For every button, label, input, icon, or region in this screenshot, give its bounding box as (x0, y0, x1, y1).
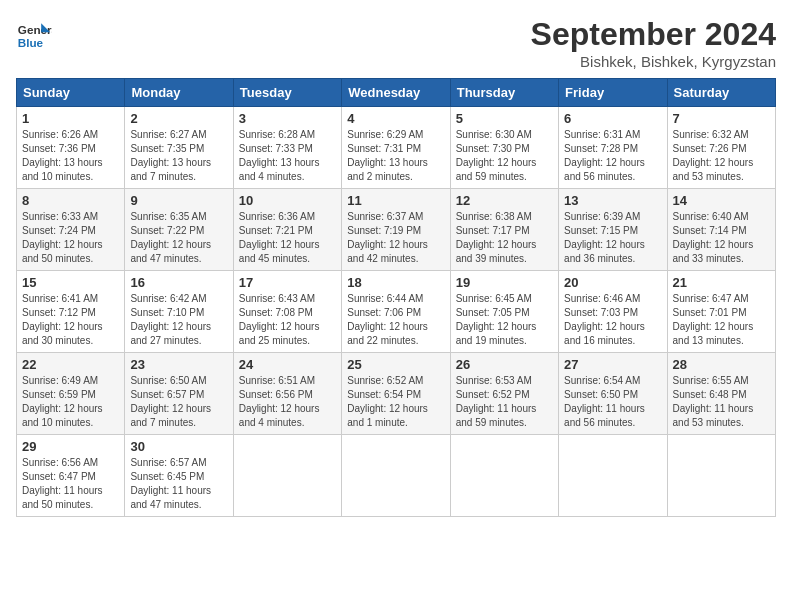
day-number: 26 (456, 357, 553, 372)
day-number: 18 (347, 275, 444, 290)
day-detail: Sunrise: 6:28 AMSunset: 7:33 PMDaylight:… (239, 129, 320, 182)
day-detail: Sunrise: 6:35 AMSunset: 7:22 PMDaylight:… (130, 211, 211, 264)
day-number: 13 (564, 193, 661, 208)
weekday-header-tuesday: Tuesday (233, 79, 341, 107)
calendar-cell: 20 Sunrise: 6:46 AMSunset: 7:03 PMDaylig… (559, 271, 667, 353)
svg-text:Blue: Blue (18, 36, 44, 49)
day-number: 30 (130, 439, 227, 454)
calendar-cell: 4 Sunrise: 6:29 AMSunset: 7:31 PMDayligh… (342, 107, 450, 189)
day-detail: Sunrise: 6:39 AMSunset: 7:15 PMDaylight:… (564, 211, 645, 264)
calendar-cell: 23 Sunrise: 6:50 AMSunset: 6:57 PMDaylig… (125, 353, 233, 435)
calendar-cell (450, 435, 558, 517)
calendar-cell: 24 Sunrise: 6:51 AMSunset: 6:56 PMDaylig… (233, 353, 341, 435)
day-number: 27 (564, 357, 661, 372)
day-number: 7 (673, 111, 770, 126)
day-detail: Sunrise: 6:26 AMSunset: 7:36 PMDaylight:… (22, 129, 103, 182)
day-number: 8 (22, 193, 119, 208)
day-detail: Sunrise: 6:55 AMSunset: 6:48 PMDaylight:… (673, 375, 754, 428)
calendar-cell: 13 Sunrise: 6:39 AMSunset: 7:15 PMDaylig… (559, 189, 667, 271)
calendar-table: SundayMondayTuesdayWednesdayThursdayFrid… (16, 78, 776, 517)
calendar-cell (667, 435, 775, 517)
day-number: 15 (22, 275, 119, 290)
day-detail: Sunrise: 6:42 AMSunset: 7:10 PMDaylight:… (130, 293, 211, 346)
calendar-cell: 19 Sunrise: 6:45 AMSunset: 7:05 PMDaylig… (450, 271, 558, 353)
day-detail: Sunrise: 6:54 AMSunset: 6:50 PMDaylight:… (564, 375, 645, 428)
day-detail: Sunrise: 6:50 AMSunset: 6:57 PMDaylight:… (130, 375, 211, 428)
logo-icon: General Blue (16, 16, 52, 52)
calendar-cell: 3 Sunrise: 6:28 AMSunset: 7:33 PMDayligh… (233, 107, 341, 189)
calendar-cell: 21 Sunrise: 6:47 AMSunset: 7:01 PMDaylig… (667, 271, 775, 353)
day-detail: Sunrise: 6:53 AMSunset: 6:52 PMDaylight:… (456, 375, 537, 428)
day-detail: Sunrise: 6:52 AMSunset: 6:54 PMDaylight:… (347, 375, 428, 428)
day-number: 2 (130, 111, 227, 126)
day-detail: Sunrise: 6:56 AMSunset: 6:47 PMDaylight:… (22, 457, 103, 510)
calendar-cell: 9 Sunrise: 6:35 AMSunset: 7:22 PMDayligh… (125, 189, 233, 271)
day-detail: Sunrise: 6:43 AMSunset: 7:08 PMDaylight:… (239, 293, 320, 346)
day-detail: Sunrise: 6:41 AMSunset: 7:12 PMDaylight:… (22, 293, 103, 346)
weekday-header-sunday: Sunday (17, 79, 125, 107)
day-number: 6 (564, 111, 661, 126)
calendar-cell: 8 Sunrise: 6:33 AMSunset: 7:24 PMDayligh… (17, 189, 125, 271)
calendar-cell: 7 Sunrise: 6:32 AMSunset: 7:26 PMDayligh… (667, 107, 775, 189)
day-detail: Sunrise: 6:32 AMSunset: 7:26 PMDaylight:… (673, 129, 754, 182)
day-detail: Sunrise: 6:33 AMSunset: 7:24 PMDaylight:… (22, 211, 103, 264)
day-detail: Sunrise: 6:51 AMSunset: 6:56 PMDaylight:… (239, 375, 320, 428)
calendar-cell: 29 Sunrise: 6:56 AMSunset: 6:47 PMDaylig… (17, 435, 125, 517)
day-number: 4 (347, 111, 444, 126)
day-number: 29 (22, 439, 119, 454)
calendar-cell: 25 Sunrise: 6:52 AMSunset: 6:54 PMDaylig… (342, 353, 450, 435)
day-number: 12 (456, 193, 553, 208)
calendar-cell: 5 Sunrise: 6:30 AMSunset: 7:30 PMDayligh… (450, 107, 558, 189)
calendar-cell: 11 Sunrise: 6:37 AMSunset: 7:19 PMDaylig… (342, 189, 450, 271)
day-detail: Sunrise: 6:57 AMSunset: 6:45 PMDaylight:… (130, 457, 211, 510)
calendar-cell: 6 Sunrise: 6:31 AMSunset: 7:28 PMDayligh… (559, 107, 667, 189)
day-number: 14 (673, 193, 770, 208)
calendar-cell: 12 Sunrise: 6:38 AMSunset: 7:17 PMDaylig… (450, 189, 558, 271)
weekday-header-thursday: Thursday (450, 79, 558, 107)
weekday-header-friday: Friday (559, 79, 667, 107)
day-detail: Sunrise: 6:31 AMSunset: 7:28 PMDaylight:… (564, 129, 645, 182)
day-number: 21 (673, 275, 770, 290)
calendar-cell: 16 Sunrise: 6:42 AMSunset: 7:10 PMDaylig… (125, 271, 233, 353)
calendar-cell: 30 Sunrise: 6:57 AMSunset: 6:45 PMDaylig… (125, 435, 233, 517)
day-number: 20 (564, 275, 661, 290)
weekday-header-monday: Monday (125, 79, 233, 107)
location-subtitle: Bishkek, Bishkek, Kyrgyzstan (531, 53, 776, 70)
day-number: 9 (130, 193, 227, 208)
day-detail: Sunrise: 6:29 AMSunset: 7:31 PMDaylight:… (347, 129, 428, 182)
day-detail: Sunrise: 6:44 AMSunset: 7:06 PMDaylight:… (347, 293, 428, 346)
day-number: 11 (347, 193, 444, 208)
calendar-cell: 10 Sunrise: 6:36 AMSunset: 7:21 PMDaylig… (233, 189, 341, 271)
calendar-cell (342, 435, 450, 517)
day-number: 19 (456, 275, 553, 290)
day-number: 22 (22, 357, 119, 372)
page-header: General Blue September 2024 Bishkek, Bis… (16, 16, 776, 70)
calendar-cell: 15 Sunrise: 6:41 AMSunset: 7:12 PMDaylig… (17, 271, 125, 353)
logo: General Blue (16, 16, 52, 52)
day-number: 1 (22, 111, 119, 126)
calendar-cell: 18 Sunrise: 6:44 AMSunset: 7:06 PMDaylig… (342, 271, 450, 353)
calendar-cell (233, 435, 341, 517)
day-number: 23 (130, 357, 227, 372)
calendar-cell: 26 Sunrise: 6:53 AMSunset: 6:52 PMDaylig… (450, 353, 558, 435)
calendar-cell: 14 Sunrise: 6:40 AMSunset: 7:14 PMDaylig… (667, 189, 775, 271)
day-detail: Sunrise: 6:40 AMSunset: 7:14 PMDaylight:… (673, 211, 754, 264)
day-number: 3 (239, 111, 336, 126)
calendar-cell: 27 Sunrise: 6:54 AMSunset: 6:50 PMDaylig… (559, 353, 667, 435)
day-detail: Sunrise: 6:49 AMSunset: 6:59 PMDaylight:… (22, 375, 103, 428)
day-detail: Sunrise: 6:30 AMSunset: 7:30 PMDaylight:… (456, 129, 537, 182)
calendar-cell: 2 Sunrise: 6:27 AMSunset: 7:35 PMDayligh… (125, 107, 233, 189)
day-number: 25 (347, 357, 444, 372)
day-number: 5 (456, 111, 553, 126)
day-detail: Sunrise: 6:37 AMSunset: 7:19 PMDaylight:… (347, 211, 428, 264)
month-title: September 2024 (531, 16, 776, 53)
day-detail: Sunrise: 6:36 AMSunset: 7:21 PMDaylight:… (239, 211, 320, 264)
day-number: 16 (130, 275, 227, 290)
day-number: 28 (673, 357, 770, 372)
calendar-cell: 22 Sunrise: 6:49 AMSunset: 6:59 PMDaylig… (17, 353, 125, 435)
day-detail: Sunrise: 6:27 AMSunset: 7:35 PMDaylight:… (130, 129, 211, 182)
calendar-cell (559, 435, 667, 517)
calendar-cell: 17 Sunrise: 6:43 AMSunset: 7:08 PMDaylig… (233, 271, 341, 353)
weekday-header-wednesday: Wednesday (342, 79, 450, 107)
day-detail: Sunrise: 6:47 AMSunset: 7:01 PMDaylight:… (673, 293, 754, 346)
